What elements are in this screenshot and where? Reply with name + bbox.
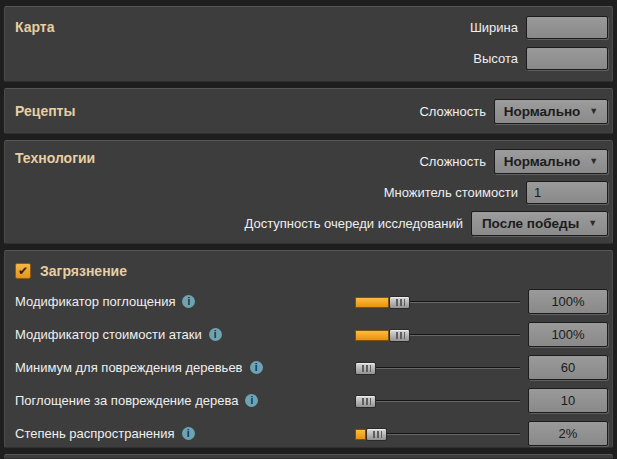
absorption-modifier-value[interactable] — [528, 289, 608, 314]
chevron-down-icon: ▼ — [588, 218, 597, 228]
tech-queue-label: Доступность очереди исследований — [245, 216, 463, 231]
slider-handle[interactable] — [355, 362, 376, 375]
tech-difficulty-label: Сложность — [419, 154, 486, 169]
recipes-difficulty-dropdown[interactable]: Нормально ▼ — [494, 99, 608, 124]
slider-track — [355, 400, 520, 402]
checkmark-icon: ✔ — [18, 265, 28, 277]
chevron-down-icon: ▼ — [589, 156, 598, 166]
map-height-row: Высота — [470, 46, 608, 70]
recipes-panel-title: Рецепты — [15, 103, 419, 119]
tree-damage-absorption-slider[interactable] — [355, 394, 520, 408]
pollution-slider-row: Степень распространения i — [15, 417, 608, 450]
pollution-checkbox[interactable]: ✔ — [15, 263, 31, 279]
tree-damage-minimum-value[interactable] — [528, 355, 608, 380]
tech-queue-dropdown[interactable]: После победы ▼ — [471, 211, 608, 236]
pollution-slider-row: Модификатор стоимости атаки i — [15, 318, 608, 351]
pollution-slider-row: Минимум для повреждения деревьев i — [15, 351, 608, 384]
slider-fill — [355, 429, 366, 440]
panel-technologies: Технологии Сложность Нормально ▼ Множите… — [4, 140, 613, 244]
diffusion-ratio-label: Степень распространения — [15, 426, 175, 441]
slider-handle[interactable] — [389, 296, 410, 309]
map-width-input[interactable] — [526, 16, 608, 39]
panel-recipes: Рецепты Сложность Нормально ▼ — [4, 88, 613, 134]
slider-handle[interactable] — [355, 395, 376, 408]
slider-row-label: Минимум для повреждения деревьев i — [15, 360, 355, 375]
settings-panels: Карта Ширина Высота Рецепты Сложность Но… — [0, 0, 617, 459]
slider-handle[interactable] — [366, 428, 387, 441]
info-icon[interactable]: i — [182, 295, 195, 308]
diffusion-ratio-value[interactable] — [528, 421, 608, 446]
panel-next-partial — [4, 454, 613, 459]
slider-handle-grip — [371, 431, 382, 438]
info-icon[interactable]: i — [209, 328, 222, 341]
slider-row-label: Степень распространения i — [15, 426, 355, 441]
info-icon[interactable]: i — [245, 394, 258, 407]
map-width-label: Ширина — [470, 20, 518, 35]
tech-difficulty-dropdown[interactable]: Нормально ▼ — [494, 149, 608, 174]
tech-queue-row: Доступность очереди исследований После п… — [9, 211, 608, 235]
panel-map: Карта Ширина Высота — [4, 6, 613, 82]
slider-handle-grip — [360, 398, 371, 405]
slider-row-label: Модификатор стоимости атаки i — [15, 327, 355, 342]
map-width-row: Ширина — [470, 15, 608, 39]
panel-pollution: ✔ Загрязнение Модификатор поглощения i М… — [4, 250, 613, 448]
tech-queue-value: После победы — [482, 216, 579, 231]
slider-fill — [355, 330, 389, 341]
chevron-down-icon: ▼ — [589, 106, 598, 116]
slider-row-label: Модификатор поглощения i — [15, 294, 355, 309]
tech-cost-input[interactable] — [526, 181, 608, 204]
map-height-label: Высота — [473, 51, 518, 66]
map-fields: Ширина Высота — [470, 15, 608, 73]
absorption-modifier-label: Модификатор поглощения — [15, 294, 175, 309]
slider-handle[interactable] — [389, 329, 410, 342]
pollution-slider-row: Поглощение за повреждение дерева i — [15, 384, 608, 417]
attack-cost-modifier-slider[interactable] — [355, 328, 520, 342]
absorption-modifier-slider[interactable] — [355, 295, 520, 309]
tech-difficulty-value: Нормально — [504, 154, 581, 169]
map-height-input[interactable] — [526, 47, 608, 70]
slider-handle-grip — [360, 365, 371, 372]
tree-damage-absorption-label: Поглощение за повреждение дерева — [15, 393, 238, 408]
recipes-difficulty-label: Сложность — [419, 104, 486, 119]
pollution-checkbox-row: ✔ Загрязнение — [15, 259, 608, 283]
pollution-panel-title: Загрязнение — [40, 263, 127, 279]
tech-difficulty-row: Сложность Нормально ▼ — [9, 149, 608, 173]
tech-cost-label: Множитель стоимости — [384, 185, 518, 200]
attack-cost-modifier-value[interactable] — [528, 322, 608, 347]
recipes-difficulty-row: Сложность Нормально ▼ — [419, 99, 608, 123]
slider-row-label: Поглощение за повреждение дерева i — [15, 393, 355, 408]
slider-handle-grip — [394, 299, 405, 306]
attack-cost-modifier-label: Модификатор стоимости атаки — [15, 327, 202, 342]
info-icon[interactable]: i — [182, 427, 195, 440]
tree-damage-minimum-label: Минимум для повреждения деревьев — [15, 360, 243, 375]
info-icon[interactable]: i — [250, 361, 263, 374]
tech-panel-title: Технологии — [15, 150, 95, 166]
pollution-slider-row: Модификатор поглощения i — [15, 285, 608, 318]
map-panel-title: Карта — [15, 15, 55, 73]
tree-damage-absorption-value[interactable] — [528, 388, 608, 413]
tech-cost-row: Множитель стоимости — [9, 180, 608, 204]
recipes-difficulty-value: Нормально — [504, 104, 581, 119]
slider-handle-grip — [394, 332, 405, 339]
tree-damage-minimum-slider[interactable] — [355, 361, 520, 375]
slider-fill — [355, 297, 389, 308]
diffusion-ratio-slider[interactable] — [355, 427, 520, 441]
slider-track — [355, 367, 520, 369]
